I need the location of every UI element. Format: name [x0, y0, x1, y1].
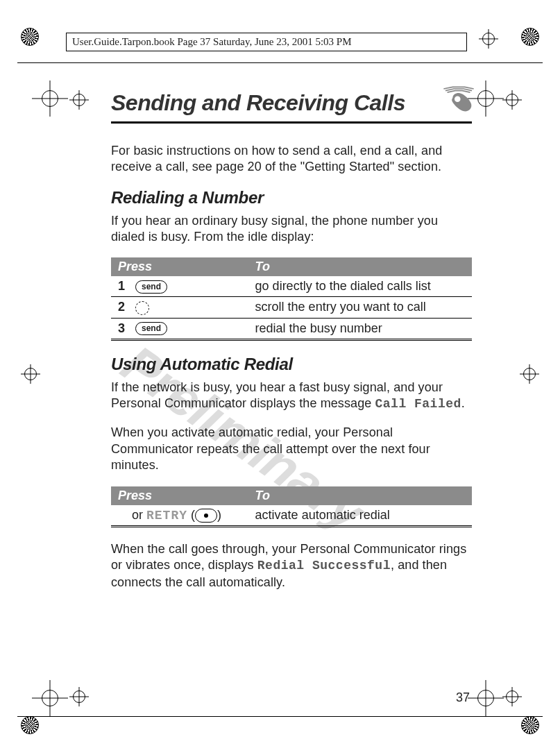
table-head-to: To — [248, 257, 472, 276]
page-rule — [17, 716, 543, 717]
table-head-press: Press — [111, 486, 248, 505]
lcd-text: Redial Successful — [257, 559, 391, 572]
chapter-title: Sending and Receiving Calls — [111, 90, 472, 116]
send-key-icon: send — [135, 322, 167, 335]
register-mark-icon — [69, 90, 89, 110]
section1-text: If you hear an ordinary busy signal, the… — [111, 213, 472, 246]
page-rule — [17, 62, 543, 63]
section2-para2: When you activate automatic redial, your… — [111, 425, 472, 473]
register-circle-icon — [477, 690, 494, 706]
section2-para3: When the call goes through, your Persona… — [111, 541, 472, 591]
table-row: 1 send go directly to the dialed calls l… — [111, 276, 472, 297]
text-fragment: . — [461, 396, 465, 410]
register-mark-icon — [21, 364, 40, 384]
crop-mark-icon — [21, 28, 39, 46]
register-mark-icon — [502, 90, 522, 110]
step-number: 2 — [118, 300, 132, 314]
step-desc: activate automatic redial — [248, 505, 472, 527]
table-head-press: Press — [111, 257, 248, 276]
page-content: Sending and Receiving Calls For basic in… — [111, 90, 472, 603]
table-row: 3 send redial the busy number — [111, 318, 472, 339]
page-number: 37 — [456, 690, 470, 705]
section-heading-auto-redial: Using Automatic Redial — [111, 355, 472, 374]
section-heading-redial: Redialing a Number — [111, 188, 472, 207]
register-circle-icon — [42, 690, 58, 706]
text-fragment: ) — [217, 508, 221, 522]
register-mark-icon — [69, 687, 89, 706]
table-row: or RETRY () activate automatic redial — [111, 505, 472, 527]
softkey-label: RETRY — [146, 509, 187, 523]
register-mark-icon — [520, 364, 539, 384]
crop-mark-icon — [521, 28, 539, 46]
lcd-text: Call Failed — [375, 397, 461, 411]
crop-mark-icon — [21, 716, 39, 734]
register-circle-icon — [42, 90, 58, 107]
text-fragment: ( — [187, 508, 195, 522]
section2-para1: If the network is busy, you hear a fast … — [111, 380, 472, 413]
register-circle-icon — [477, 90, 494, 107]
step-desc: go directly to the dialed calls list — [248, 276, 472, 297]
select-key-icon — [195, 509, 217, 523]
intro-paragraph: For basic instructions on how to send a … — [111, 143, 472, 176]
nav-key-icon — [135, 301, 149, 315]
register-mark-icon — [479, 29, 498, 49]
table-head-to: To — [248, 486, 472, 505]
title-rule — [111, 121, 472, 124]
table-row: 2 scroll the entry you want to call — [111, 297, 472, 318]
text-fragment: or — [132, 508, 146, 522]
page-header: User.Guide.Tarpon.book Page 37 Saturday,… — [66, 33, 467, 51]
auto-redial-table: Press To or RETRY () activate automatic … — [111, 486, 472, 527]
send-key-icon: send — [135, 280, 167, 294]
redial-table: Press To 1 send go directly to the diale… — [111, 257, 472, 340]
step-desc: scroll the entry you want to call — [248, 297, 472, 318]
crop-mark-icon — [521, 716, 539, 734]
register-mark-icon — [502, 687, 522, 706]
step-desc: redial the busy number — [248, 318, 472, 339]
step-number: 3 — [118, 321, 132, 336]
step-number: 1 — [118, 279, 132, 294]
